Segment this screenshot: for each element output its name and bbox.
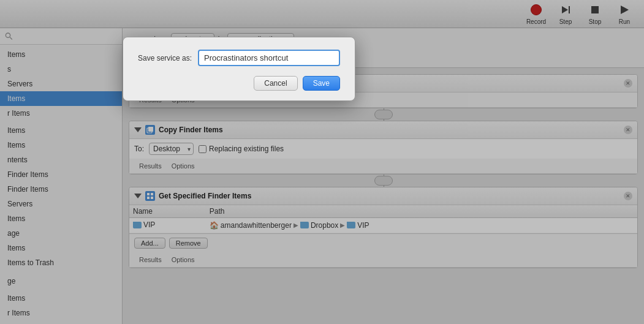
dialog-label: Save service as: <box>138 54 192 62</box>
dialog-overlay: Save service as: Cancel Save <box>0 0 644 324</box>
save-button[interactable]: Save <box>303 76 340 91</box>
dialog-row: Save service as: <box>138 50 340 66</box>
cancel-button[interactable]: Cancel <box>254 76 297 91</box>
dialog-input[interactable] <box>198 50 340 66</box>
save-dialog: Save service as: Cancel Save <box>123 37 355 101</box>
dialog-buttons: Cancel Save <box>138 76 340 91</box>
